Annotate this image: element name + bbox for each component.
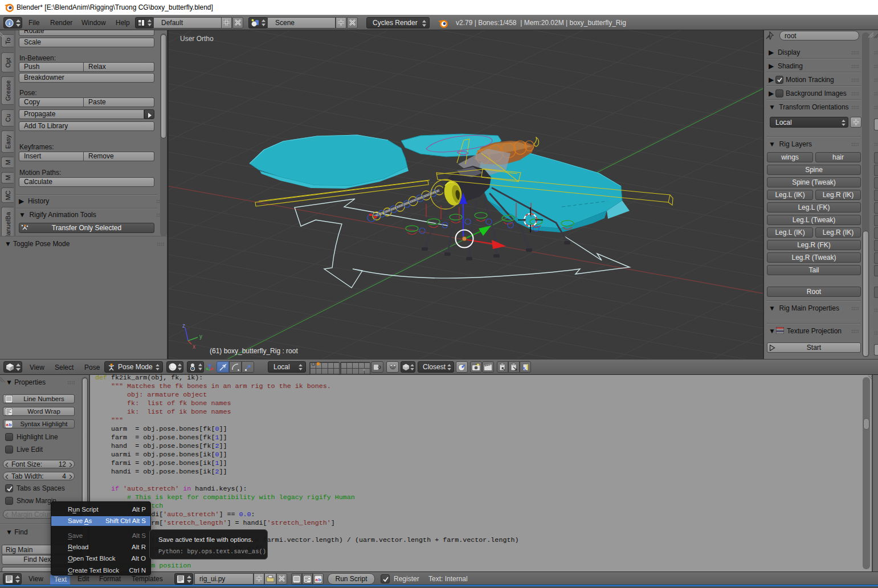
svg-text:z: z [182, 322, 185, 329]
svg-text:b: b [318, 577, 321, 582]
svg-text:y: y [199, 333, 202, 340]
svg-text:x: x [193, 344, 195, 350]
svg-text:b: b [9, 422, 12, 427]
